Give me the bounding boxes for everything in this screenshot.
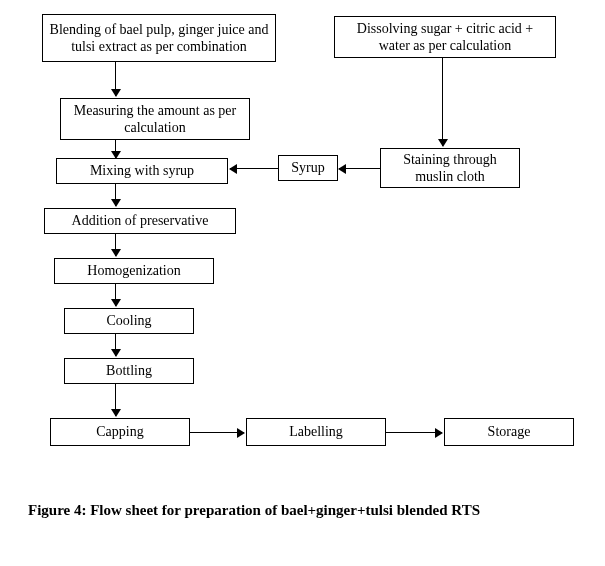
node-mixing-label: Mixing with syrup (90, 162, 194, 180)
node-dissolving: Dissolving sugar + citric acid + water a… (334, 16, 556, 58)
node-straining-label: Staining through muslin cloth (387, 151, 513, 186)
node-bottling-label: Bottling (106, 362, 152, 380)
arrow-mixing-to-preservative (115, 184, 116, 206)
node-straining: Staining through muslin cloth (380, 148, 520, 188)
node-blending: Blending of bael pulp, ginger juice and … (42, 14, 276, 62)
node-labelling: Labelling (246, 418, 386, 446)
arrow-capping-to-labelling (190, 432, 244, 433)
node-syrup-label: Syrup (291, 159, 324, 177)
arrow-syrup-to-mixing (230, 168, 278, 169)
arrow-measuring-to-mixing (115, 140, 116, 158)
arrow-cooling-to-bottling (115, 334, 116, 356)
figure-caption-text: Figure 4: Flow sheet for preparation of … (28, 502, 480, 518)
node-preservative-label: Addition of preservative (72, 212, 209, 230)
node-cooling-label: Cooling (106, 312, 151, 330)
figure-caption: Figure 4: Flow sheet for preparation of … (28, 500, 580, 520)
node-storage: Storage (444, 418, 574, 446)
node-preservative: Addition of preservative (44, 208, 236, 234)
arrow-blending-to-measuring (115, 62, 116, 96)
node-measuring: Measuring the amount as per calculation (60, 98, 250, 140)
node-homogenize-label: Homogenization (87, 262, 180, 280)
arrow-homogenize-to-cooling (115, 284, 116, 306)
node-capping: Capping (50, 418, 190, 446)
node-labelling-label: Labelling (289, 423, 343, 441)
arrow-labelling-to-storage (386, 432, 442, 433)
node-cooling: Cooling (64, 308, 194, 334)
node-bottling: Bottling (64, 358, 194, 384)
flowchart-canvas: Blending of bael pulp, ginger juice and … (0, 0, 605, 566)
arrow-bottling-to-capping (115, 384, 116, 416)
node-measuring-label: Measuring the amount as per calculation (67, 102, 243, 137)
node-syrup: Syrup (278, 155, 338, 181)
node-dissolving-label: Dissolving sugar + citric acid + water a… (341, 20, 549, 55)
arrow-dissolving-to-straining (442, 58, 443, 146)
node-capping-label: Capping (96, 423, 143, 441)
node-homogenize: Homogenization (54, 258, 214, 284)
node-mixing: Mixing with syrup (56, 158, 228, 184)
node-storage-label: Storage (488, 423, 531, 441)
arrow-preservative-to-homogenize (115, 234, 116, 256)
node-blending-label: Blending of bael pulp, ginger juice and … (49, 21, 269, 56)
arrow-straining-to-syrup (339, 168, 380, 169)
